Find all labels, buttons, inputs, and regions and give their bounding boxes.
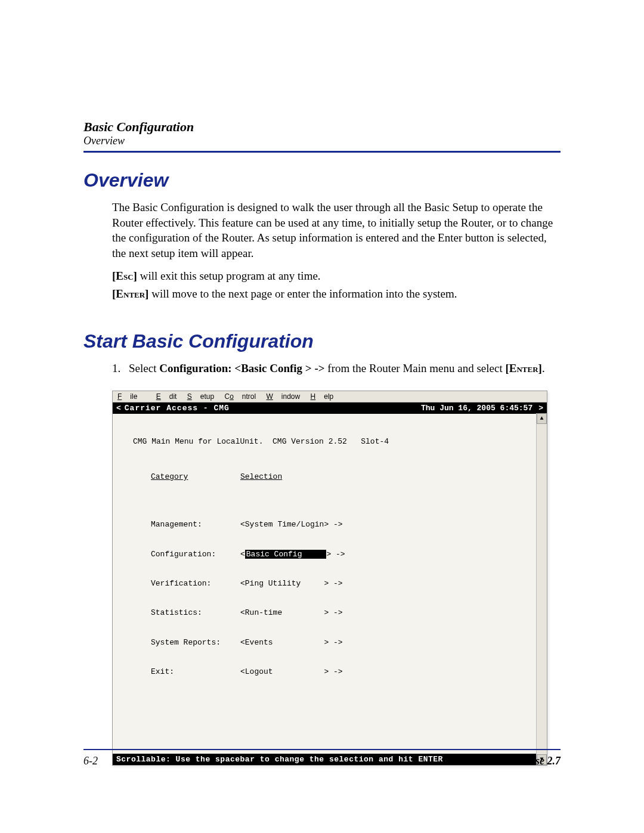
section-overview-heading: Overview: [83, 169, 561, 191]
row-configuration[interactable]: Configuration:<Basic Config > ->: [121, 547, 538, 562]
col-category: Category: [121, 470, 240, 485]
menu-edit[interactable]: Edit: [156, 392, 177, 401]
header-title: Basic Configuration: [83, 119, 561, 135]
terminal-header-row: CategorySelection: [121, 470, 538, 485]
overview-body: The Basic Configuration is designed to w…: [112, 200, 561, 261]
basic-config-highlight: Basic Config: [245, 550, 327, 559]
page-footer: 6-2 CMG Router - Release 2.7: [83, 749, 561, 767]
terminal-body: < Carrier Access - CMG Thu Jun 16, 2005 …: [113, 402, 547, 765]
terminal-content: CMG Main Menu for LocalUnit. CMG Version…: [113, 414, 547, 754]
esc-text: will exit this setup program at any time…: [137, 270, 321, 282]
title-right-arrow: >: [538, 404, 543, 413]
enter-line: [Enter] will move to the next page or en…: [112, 287, 561, 301]
terminal-window: File Edit Setup Control Window Help < Ca…: [112, 391, 547, 766]
step-1: 1. Select Configuration: <Basic Config >…: [112, 361, 561, 377]
footer-doc-title: CMG Router - Release 2.7: [444, 755, 561, 767]
esc-line: [Esc] will exit this setup program at an…: [112, 270, 561, 283]
menu-file[interactable]: File: [117, 392, 145, 401]
header-subtitle: Overview: [83, 135, 561, 147]
menu-window[interactable]: Window: [267, 392, 301, 401]
title-text: Carrier Access - CMG: [125, 404, 421, 413]
title-left-arrow: <: [116, 404, 121, 413]
terminal-subtitle: CMG Main Menu for LocalUnit. CMG Version…: [121, 432, 538, 456]
terminal-scrollbar[interactable]: ▲ ▼: [536, 413, 547, 765]
col-selection: Selection: [240, 470, 538, 485]
step-body: Select Configuration: <Basic Config > ->…: [129, 361, 561, 377]
enter-key: [Enter]: [112, 287, 148, 300]
row-verification[interactable]: Verification:<Ping Utility > ->: [121, 577, 538, 592]
scroll-up-icon[interactable]: ▲: [537, 413, 547, 424]
step-number: 1.: [112, 361, 129, 377]
terminal-titlebar: < Carrier Access - CMG Thu Jun 16, 2005 …: [113, 402, 547, 414]
title-date: Thu Jun 16, 2005 6:45:57: [421, 404, 532, 413]
menu-help[interactable]: Help: [311, 392, 334, 401]
enter-text: will move to the next page or enter the …: [148, 287, 457, 300]
header-rule: [83, 151, 561, 153]
row-system-reports[interactable]: System Reports:<Events > ->: [121, 636, 538, 651]
step-enter-key: [Enter]: [505, 362, 541, 374]
terminal-menubar: File Edit Setup Control Window Help: [113, 391, 547, 402]
row-exit[interactable]: Exit:<Logout > ->: [121, 665, 538, 680]
footer-rule: [83, 749, 561, 750]
footer-page-number: 6-2: [83, 755, 98, 767]
section-start-heading: Start Basic Configuration: [83, 330, 561, 352]
row-statistics[interactable]: Statistics:<Run-time > ->: [121, 606, 538, 621]
menu-control[interactable]: Control: [224, 392, 256, 401]
row-management[interactable]: Management:<System Time/Login> ->: [121, 518, 538, 532]
menu-setup[interactable]: Setup: [187, 392, 214, 401]
page-header: Basic Configuration Overview: [83, 119, 561, 147]
esc-key: [Esc]: [112, 270, 137, 282]
step-bold: Configuration: <Basic Config > ->: [159, 362, 327, 374]
